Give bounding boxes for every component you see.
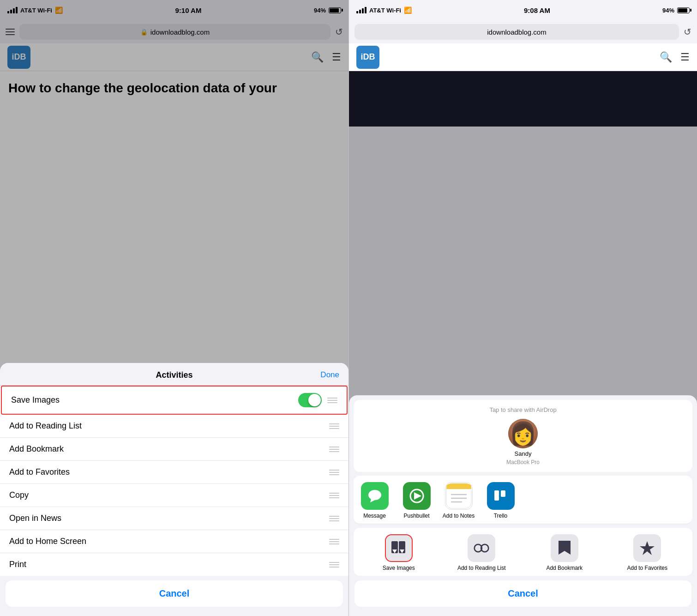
activity-label-open-news: Open in News [9,513,329,523]
left-phone: AT&T Wi-Fi 📶 9:10 AM 94% 🔒 idownloadblog… [0,0,348,616]
activity-row-add-favorites[interactable]: Add to Favorites [0,461,348,484]
action-add-favorites[interactable]: Add to Favorites [606,534,689,571]
site-header-right: iDB 🔍 ☰ [349,43,697,71]
share-app-message[interactable]: Message [357,482,392,519]
trello-app-icon [487,482,515,510]
message-app-icon [361,482,389,510]
address-bar-right: idownloadblog.com ↺ [349,20,697,43]
carrier-right: AT&T Wi-Fi [369,7,401,14]
svg-marker-18 [640,541,655,555]
activity-label-home-screen: Add to Home Screen [9,537,329,546]
activity-label-add-bookmark: Add Bookmark [9,444,329,454]
url-text-right: idownloadblog.com [487,28,546,36]
modal-title: Activities [156,370,192,380]
done-button[interactable]: Done [320,370,339,380]
favorites-label: Add to Favorites [627,565,667,571]
svg-rect-11 [501,490,505,497]
drag-handle-add-bookmark[interactable] [329,447,339,452]
airdrop-section[interactable]: Tap to share with AirDrop Sandy MacBook … [354,400,692,472]
pushbullet-app-label: Pushbullet [403,513,429,519]
airdrop-person[interactable]: Sandy MacBook Pro [360,419,686,465]
share-modal: Tap to share with AirDrop Sandy MacBook … [349,395,697,616]
share-apps-scroll: Message Pushbullet [357,482,689,519]
cancel-button-left[interactable]: Cancel [6,580,343,607]
pushbullet-app-icon [403,482,431,510]
activity-label-add-favorites: Add to Favorites [9,467,329,477]
save-images-label: Save Images [383,565,415,571]
action-save-images[interactable]: Save Images [357,534,440,571]
favorites-icon-box [633,534,661,562]
status-bar-right: AT&T Wi-Fi 📶 9:08 AM 94% [349,0,697,20]
action-add-bookmark[interactable]: Add Bookmark [523,534,606,571]
activity-row-save-images[interactable]: Save Images [1,386,348,415]
activity-label-reading-list: Add to Reading List [9,421,329,431]
activities-list: Save Images Add to Reading List Add Book… [0,386,348,576]
share-app-pushbullet[interactable]: Pushbullet [399,482,434,519]
airdrop-tap-label: Tap to share with AirDrop [360,406,686,413]
svg-marker-3 [414,492,421,500]
action-reading-list[interactable]: Add to Reading List [440,534,523,571]
activity-row-reading-list[interactable]: Add to Reading List [0,415,348,438]
activity-row-print[interactable]: Print [0,553,348,576]
wifi-icon-right: 📶 [404,6,412,14]
svg-rect-10 [494,490,499,501]
site-header-icons-right: 🔍 ☰ [660,51,690,63]
activities-modal: Activities Done Save Images Add to Readi… [0,363,348,616]
bookmark-icon-box [551,534,578,562]
save-images-icon-box [385,534,413,562]
status-right-right: 94% [662,7,690,14]
idb-logo-right: iDB [356,46,379,69]
refresh-icon-right[interactable]: ↺ [684,26,691,37]
reading-list-label: Add to Reading List [457,565,506,571]
menu-icon-right[interactable]: ☰ [680,51,690,63]
time-right: 9:08 AM [524,6,550,14]
url-pill-right[interactable]: idownloadblog.com [355,24,679,40]
drag-handle-add-favorites[interactable] [329,470,339,475]
activity-label-print: Print [9,560,329,569]
activity-row-add-bookmark[interactable]: Add Bookmark [0,438,348,461]
drag-handle-copy[interactable] [329,493,339,498]
drag-handle-open-news[interactable] [329,516,339,521]
activity-row-copy[interactable]: Copy [0,484,348,507]
airdrop-device: MacBook Pro [506,459,540,465]
share-apps-row: Message Pushbullet [354,476,692,524]
battery-pct-right: 94% [662,7,674,14]
activity-label-copy: Copy [9,490,329,500]
share-app-trello[interactable]: Trello [483,482,518,519]
share-app-notes[interactable]: Add to Notes [441,482,476,519]
drag-handle-save-images[interactable] [327,398,337,403]
search-icon-right[interactable]: 🔍 [660,51,672,63]
airdrop-name: Sandy [515,450,532,457]
airdrop-avatar [508,419,538,448]
activity-row-open-news[interactable]: Open in News [0,507,348,530]
activity-label-save-images: Save Images [11,395,298,405]
svg-point-0 [368,490,381,500]
bookmark-label: Add Bookmark [546,565,583,571]
toggle-save-images[interactable] [298,393,322,407]
activity-row-home-screen[interactable]: Add to Home Screen [0,530,348,553]
status-left-right: AT&T Wi-Fi 📶 [356,6,412,14]
message-app-label: Message [363,513,386,519]
drag-handle-print[interactable] [329,562,339,568]
cancel-button-right[interactable]: Cancel [355,580,691,607]
modal-header: Activities Done [0,363,348,386]
trello-app-label: Trello [494,513,508,519]
avatar-face [508,419,538,448]
right-phone: AT&T Wi-Fi 📶 9:08 AM 94% idownloadblog.c… [348,0,697,616]
action-icons-row: Save Images Add to Reading List Add [354,528,692,576]
svg-rect-6 [446,487,471,489]
notes-app-label: Add to Notes [443,513,475,519]
battery-icon-right [677,7,690,13]
notes-app-icon [445,482,473,510]
signal-bars-right [356,7,367,13]
drag-handle-home-screen[interactable] [329,539,339,544]
reading-list-icon-box [468,534,495,562]
drag-handle-reading-list[interactable] [329,423,339,429]
